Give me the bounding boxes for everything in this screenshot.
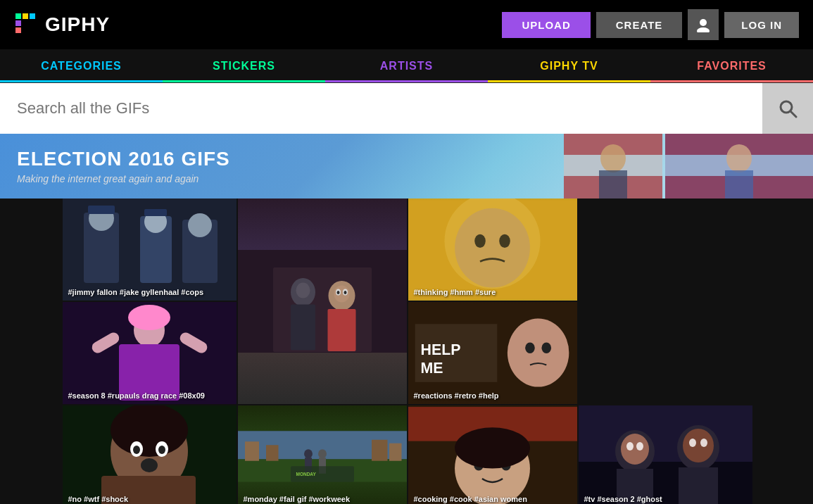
banner-subtitle: Making the internet great again and agai… [17,173,230,184]
svg-rect-54 [238,250,407,353]
gif-tag-cops: #jimmy fallon #jake gyllenhaal #cops [68,288,204,296]
gif-item-help[interactable]: HELP ME #reactions #retro #help [408,302,577,404]
svg-point-5 [700,19,707,26]
nav-tabs: CATEGORIES STICKERS ARTISTS GIPHY TV FAV… [0,49,813,83]
svg-point-64 [111,405,188,457]
logo-area: GIPHY [14,12,110,37]
banner-image-hillary [665,134,813,199]
gif-tag-tv: #tv #season 2 #ghost [584,495,662,503]
tab-artists[interactable]: ARTISTS [325,49,488,82]
tab-giphytv[interactable]: GIPHY TV [488,49,650,82]
svg-point-13 [600,144,626,172]
user-icon-button[interactable] [688,9,719,40]
svg-point-27 [188,213,212,237]
gif-item-cooking[interactable]: #cooking #cook #asian women [408,405,577,504]
svg-point-39 [128,305,170,330]
logo-text: GIPHY [45,13,110,36]
svg-rect-74 [245,441,259,461]
svg-rect-20 [725,170,753,199]
login-button[interactable]: LOG IN [724,12,799,38]
svg-rect-35 [408,200,577,299]
svg-point-102 [700,439,707,447]
search-button[interactable] [762,83,813,134]
banner-images [564,134,813,199]
svg-point-89 [455,427,530,468]
upload-button[interactable]: UPLOAD [502,12,590,38]
gif-tag-drag: #season 8 #rupauls drag race #08x09 [68,391,205,400]
svg-rect-4 [30,13,35,19]
gif-item-shock[interactable]: #no #wtf #shock [63,405,237,504]
svg-text:MONDAY: MONDAY [296,472,316,477]
svg-rect-76 [372,440,388,461]
svg-rect-75 [266,445,279,461]
svg-point-69 [141,458,158,472]
create-button[interactable]: CREATE [596,12,683,38]
search-icon [778,99,798,118]
svg-rect-14 [599,170,627,199]
gif-item-drag[interactable]: #season 8 #rupauls drag race #08x09 [63,302,237,404]
gif-item-monday[interactable]: MONDAY #monday #fail gif #workweek [238,405,407,504]
svg-text:HELP: HELP [420,341,460,358]
giphy-logo-icon [14,12,39,37]
banner-text: ELECTION 2016 GIFS Making the internet g… [17,148,230,184]
gif-tag-monday: #monday #fail gif #workweek [244,495,351,503]
svg-point-19 [726,144,752,172]
gif-tag-shock: #no #wtf #shock [68,495,129,503]
svg-point-6 [697,27,710,32]
tab-stickers[interactable]: STICKERS [163,49,325,82]
svg-point-80 [318,449,327,458]
tab-categories[interactable]: CATEGORIES [0,49,163,82]
svg-rect-77 [389,443,402,461]
svg-point-61 [541,342,551,353]
svg-point-78 [304,449,313,458]
gif-tag-cooking: #cooking #cook #asian women [414,495,527,503]
gif-tag-help: #reactions #retro #help [414,391,499,400]
svg-rect-96 [679,467,718,504]
svg-text:ME: ME [420,360,443,377]
svg-point-68 [158,446,165,454]
user-icon [695,17,711,32]
gif-grid: #jimmy fallon #jake gyllenhaal #cops #th… [63,199,751,504]
gif-tag-think: #thinking #hmm #sure [414,288,496,296]
svg-point-100 [636,442,643,451]
header: GIPHY UPLOAD CREATE LOG IN [0,0,813,49]
svg-point-99 [626,442,634,451]
banner-image-trump [564,134,662,199]
svg-rect-0 [15,13,21,19]
tab-favorites[interactable]: FAVORITES [650,49,813,82]
svg-rect-3 [23,13,28,19]
svg-point-98 [683,429,714,462]
svg-rect-1 [15,20,21,26]
gif-item-center[interactable] [238,199,407,404]
gif-item-cops[interactable]: #jimmy fallon #jake gyllenhaal #cops [63,199,237,301]
header-actions: UPLOAD CREATE LOG IN [502,9,799,40]
svg-rect-2 [15,27,21,33]
svg-rect-28 [88,206,115,214]
election-banner[interactable]: ELECTION 2016 GIFS Making the internet g… [0,134,813,199]
svg-rect-29 [144,209,167,216]
search-bar [0,83,813,134]
gif-item-tv[interactable]: #tv #season 2 #ghost [579,405,752,504]
banner-title: ELECTION 2016 GIFS [17,148,230,170]
svg-point-60 [525,342,535,353]
svg-line-8 [790,111,796,117]
svg-point-59 [507,318,568,386]
gif-item-think[interactable]: #thinking #hmm #sure [408,199,577,301]
svg-point-97 [621,434,649,465]
svg-point-67 [133,446,140,454]
svg-point-101 [689,439,696,447]
search-input[interactable] [0,99,762,118]
